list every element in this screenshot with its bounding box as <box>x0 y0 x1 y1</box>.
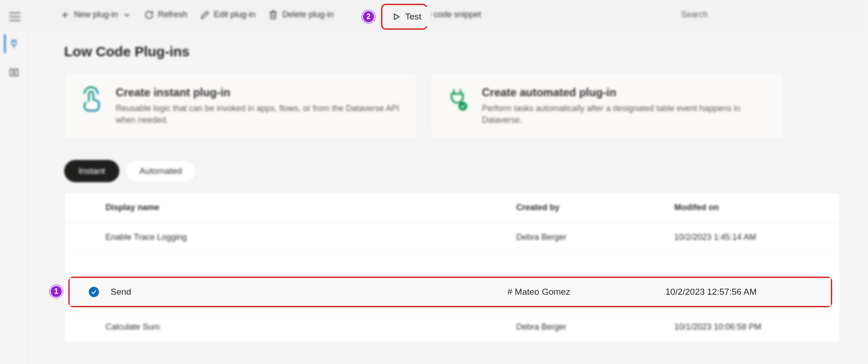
page-title: Low Code Plug-ins <box>64 44 840 60</box>
col-created-by[interactable]: Created by <box>516 203 674 212</box>
cell-modified: 10/1/2023 10:06:58 PM <box>674 322 832 332</box>
edit-plugin-label: Edit plug-in <box>214 10 256 20</box>
chevron-down-icon <box>122 10 132 20</box>
test-button[interactable]: Test <box>386 7 431 26</box>
instant-card-title: Create instant plug-in <box>116 86 404 99</box>
refresh-icon <box>145 10 154 20</box>
row-selected-check-icon[interactable] <box>89 287 99 297</box>
pencil-icon <box>200 10 210 20</box>
edit-plugin-button[interactable]: Edit plug-in <box>194 6 262 24</box>
table-row-selected[interactable]: Send # Mateo Gomez 10/2/2023 12:57:56 AM <box>70 278 831 306</box>
annotation-dot-2: 2 <box>362 10 375 23</box>
cell-name: Calculate Sum <box>105 322 516 332</box>
svg-rect-6 <box>10 69 13 76</box>
search-input[interactable] <box>674 4 860 25</box>
main-content: Low Code Plug-ins Create instant plug-in… <box>27 30 868 364</box>
instant-card-desc: Reusable logic that can be invoked in ap… <box>116 103 404 126</box>
hamburger-menu-icon[interactable] <box>8 10 21 20</box>
new-plugin-button[interactable]: New plug-in <box>54 6 138 24</box>
create-automated-card[interactable]: Create automated plug-in Perform tasks a… <box>430 73 783 139</box>
rail-plugins-icon[interactable] <box>4 34 23 53</box>
create-instant-card[interactable]: Create instant plug-in Reusable logic th… <box>64 73 417 139</box>
tab-automated[interactable]: Automated <box>125 160 197 182</box>
cell-created: Debra Berger <box>516 232 674 242</box>
tab-instant[interactable]: Instant <box>64 160 119 182</box>
trash-icon <box>269 10 278 20</box>
col-display-name[interactable]: Display name <box>105 203 516 212</box>
hand-tap-icon <box>78 86 105 113</box>
delete-plugin-button[interactable]: Delete plug-in <box>262 6 340 24</box>
table-row[interactable]: Calculate Sum Debra Berger 10/1/2023 10:… <box>65 312 840 342</box>
cell-created: # Mateo Gomez <box>507 287 665 297</box>
plugin-grid: Display name Created by Modifed on Enabl… <box>64 192 840 342</box>
left-rail <box>0 30 27 364</box>
cell-created: Debra Berger <box>516 322 674 332</box>
cell-name: Send <box>111 287 507 297</box>
table-row[interactable]: Enable Trace Logging Debra Berger 10/2/2… <box>65 223 840 252</box>
test-label: Test <box>405 12 421 22</box>
delete-plugin-label: Delete plug-in <box>282 10 334 20</box>
play-icon <box>392 13 401 21</box>
annotation-dot-1: 1 <box>50 285 63 298</box>
automated-card-title: Create automated plug-in <box>482 86 770 99</box>
automated-card-desc: Perform tasks automatically after a desi… <box>482 103 770 126</box>
plus-icon <box>60 10 70 20</box>
cell-name: Enable Trace Logging <box>105 232 516 242</box>
rail-library-icon[interactable] <box>4 63 23 82</box>
col-modified-on[interactable]: Modifed on <box>674 203 832 212</box>
svg-rect-7 <box>15 69 18 76</box>
new-plugin-label: New plug-in <box>74 10 118 20</box>
svg-marker-9 <box>395 14 400 20</box>
refresh-button[interactable]: Refresh <box>138 6 194 24</box>
cell-modified: 10/2/2023 1:45:14 AM <box>674 232 832 242</box>
cell-modified: 10/2/2023 12:57:56 AM <box>665 287 823 297</box>
plug-auto-icon <box>444 86 471 113</box>
refresh-label: Refresh <box>158 10 187 20</box>
command-bar: New plug-in Refresh Edit plug-in Delete … <box>0 0 868 30</box>
